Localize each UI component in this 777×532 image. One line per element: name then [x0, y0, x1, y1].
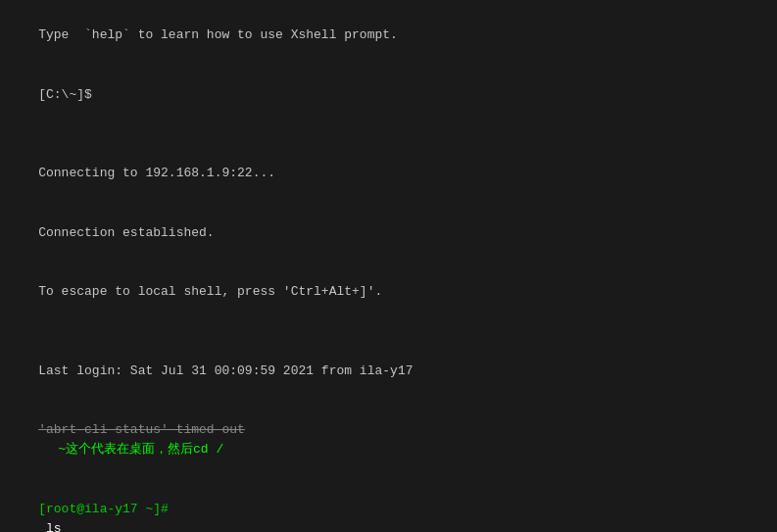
prompt-1: [root@ila-y17 ~]#: [38, 502, 169, 516]
line-connecting: Connecting to 192.168.1.9:22...: [8, 144, 769, 203]
line-ls1: [root@ila-y17 ~]# ls: [8, 479, 769, 532]
annotation-1: ~这个代表在桌面，然后cd /: [58, 442, 223, 457]
line-escape: To escape to local shell, press 'Ctrl+Al…: [8, 263, 769, 321]
cmd-ls1: ls: [38, 521, 61, 532]
line-empty1: [8, 124, 769, 144]
terminal-window: Type `help` to learn how to use Xshell p…: [0, 0, 777, 532]
line-established: Connection established.: [8, 203, 769, 262]
line-help: Type `help` to learn how to use Xshell p…: [8, 6, 769, 65]
line-abrt: 'abrt-cli status' timed out ~这个代表在桌面，然后c…: [8, 401, 769, 480]
line-empty2: [8, 321, 769, 341]
line-lastlogin: Last login: Sat Jul 31 00:09:59 2021 fro…: [8, 341, 769, 400]
line-prompt-start: [C:\~]$: [8, 65, 769, 123]
